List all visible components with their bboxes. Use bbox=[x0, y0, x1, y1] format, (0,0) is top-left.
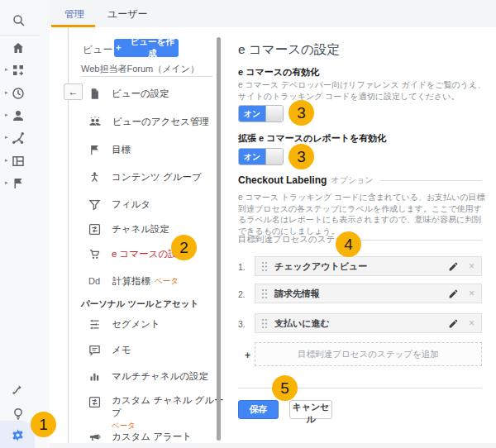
menu-scrollbar[interactable] bbox=[217, 37, 221, 441]
back-arrow-icon: ← bbox=[69, 86, 79, 98]
bar-chart-icon bbox=[88, 370, 101, 383]
plus-icon: ＋ bbox=[114, 42, 123, 54]
annotation-badge-3: 3 bbox=[289, 100, 314, 126]
nav-realtime[interactable]: ▸ bbox=[0, 85, 50, 102]
checkout-labeling-description: e コマース トラッキング コードに含まれている、お支払いの目標到達プロセスの各… bbox=[238, 192, 486, 236]
nav-acquisition[interactable]: ▸ bbox=[0, 130, 50, 146]
window-bottom-edge bbox=[0, 443, 496, 448]
search-icon bbox=[12, 13, 26, 28]
calculated-metrics-icon: Dd bbox=[88, 276, 102, 286]
edit-pencil-icon[interactable] bbox=[448, 261, 459, 272]
edit-pencil-icon[interactable] bbox=[448, 318, 459, 329]
channel-group-icon bbox=[88, 396, 101, 408]
remove-step-icon[interactable]: × bbox=[469, 260, 475, 272]
personal-tools-section-header: パーソナル ツールとアセット bbox=[81, 298, 198, 310]
menu-item-content-grouping[interactable]: コンテンツ グループ bbox=[88, 168, 219, 186]
expand-arrow-icon[interactable]: ▸ bbox=[5, 157, 8, 164]
expand-arrow-icon[interactable]: ▸ bbox=[5, 134, 8, 141]
left-nav-rail: ▸ ▸ ▸ ▸ ▸ ▸ bbox=[0, 0, 50, 448]
cart-icon bbox=[88, 248, 101, 260]
add-step-plus-icon[interactable]: + bbox=[245, 350, 250, 361]
toggle-on-label: オン bbox=[239, 106, 265, 122]
menu-item-goals[interactable]: 目標 bbox=[88, 141, 219, 159]
nav-audience[interactable]: ▸ bbox=[0, 107, 50, 124]
menu-item-view-access[interactable]: ビューのアクセス管理 bbox=[88, 112, 219, 131]
funnel-step-row: 請求先情報 × bbox=[255, 284, 482, 303]
expand-arrow-icon[interactable]: ▸ bbox=[5, 66, 8, 73]
menu-item-filters[interactable]: フィルタ bbox=[88, 195, 219, 213]
customization-icon bbox=[11, 63, 26, 78]
step-number: 3. bbox=[238, 319, 251, 329]
header-rule bbox=[360, 240, 482, 241]
search-button[interactable] bbox=[0, 12, 50, 29]
megaphone-icon bbox=[88, 431, 101, 443]
menu-item-ecommerce-settings[interactable]: e コマースの設定 bbox=[88, 245, 219, 263]
behavior-icon bbox=[11, 154, 26, 169]
flag-icon bbox=[88, 144, 101, 156]
collapse-panel-button[interactable]: ← bbox=[64, 83, 83, 100]
acquisition-icon bbox=[11, 131, 26, 145]
enable-ecommerce-toggle[interactable]: オン bbox=[238, 105, 284, 122]
tab-users[interactable]: ユーザー bbox=[107, 7, 148, 21]
admin-tab-bar: 管理 ユーザー bbox=[50, 0, 496, 27]
funnel-step-row: 支払いに進む × bbox=[255, 313, 482, 333]
memo-icon bbox=[88, 344, 101, 356]
attribution-icon bbox=[11, 382, 26, 397]
toggle-knob[interactable] bbox=[265, 106, 283, 122]
page-title: e コマースの設定 bbox=[238, 41, 340, 59]
annotation-badge-2: 2 bbox=[171, 235, 197, 260]
menu-item-multichannel-settings[interactable]: マルチチャネルの設定 bbox=[88, 367, 219, 385]
nav-customization[interactable]: ▸ bbox=[0, 62, 50, 79]
header-rule bbox=[380, 180, 482, 181]
save-button[interactable]: 保存 bbox=[238, 400, 279, 419]
sidebar-divider bbox=[0, 35, 40, 36]
users-icon bbox=[88, 115, 102, 128]
expand-arrow-icon[interactable]: ▸ bbox=[5, 179, 8, 186]
cancel-button[interactable]: キャンセル bbox=[289, 400, 332, 419]
channel-settings-icon bbox=[88, 223, 101, 236]
annotation-badge-1: 1 bbox=[31, 412, 56, 437]
menu-item-notes[interactable]: メモ bbox=[88, 341, 219, 359]
gear-icon bbox=[11, 428, 25, 442]
funnel-step-row: チェックアウトビュー × bbox=[255, 256, 482, 276]
clock-icon bbox=[11, 86, 26, 101]
segments-icon bbox=[88, 318, 101, 331]
lightbulb-icon bbox=[11, 407, 26, 422]
edit-pencil-icon[interactable] bbox=[448, 288, 459, 299]
remove-step-icon[interactable]: × bbox=[469, 288, 475, 299]
toggle-knob[interactable] bbox=[265, 149, 283, 164]
drag-handle-icon[interactable] bbox=[261, 288, 268, 299]
home-icon bbox=[11, 41, 26, 55]
annotation-badge-3b: 3 bbox=[289, 144, 314, 169]
menu-item-segments[interactable]: セグメント bbox=[88, 315, 219, 333]
create-view-button[interactable]: ＋ ビューを作成 bbox=[114, 39, 179, 57]
create-view-label: ビューを作成 bbox=[126, 36, 179, 60]
person-icon bbox=[11, 108, 26, 123]
menu-item-view-settings[interactable]: ビューの設定 bbox=[88, 84, 219, 102]
checkout-labeling-header: Checkout Labeling オプション bbox=[238, 174, 482, 186]
step-label: 請求先情報 bbox=[274, 288, 448, 300]
tab-admin[interactable]: 管理 bbox=[64, 7, 84, 21]
menu-item-custom-channel-groups[interactable]: カスタム チャネル グループベータ bbox=[88, 394, 225, 431]
analytics-admin-screen: ▸ ▸ ▸ ▸ ▸ ▸ bbox=[0, 0, 496, 448]
nav-home[interactable] bbox=[0, 40, 50, 56]
expand-arrow-icon[interactable]: ▸ bbox=[5, 112, 8, 118]
filter-icon bbox=[88, 198, 101, 211]
drag-handle-icon[interactable] bbox=[261, 261, 268, 272]
annotation-badge-5: 5 bbox=[272, 375, 298, 401]
add-funnel-step-button[interactable]: 目標到達プロセスのステップを追加 bbox=[255, 342, 482, 366]
flag-icon bbox=[11, 176, 26, 191]
expand-arrow-icon[interactable]: ▸ bbox=[5, 89, 8, 96]
enhanced-ecommerce-toggle[interactable]: オン bbox=[238, 148, 284, 165]
active-tab-underline bbox=[51, 25, 95, 27]
nav-attribution[interactable] bbox=[0, 381, 50, 398]
drag-handle-icon[interactable] bbox=[261, 318, 268, 329]
menu-item-channel-settings[interactable]: チャネル設定 bbox=[88, 220, 219, 238]
enable-ecommerce-heading: e コマースの有効化 bbox=[238, 66, 319, 79]
remove-step-icon[interactable]: × bbox=[469, 317, 475, 329]
nav-conversions[interactable]: ▸ bbox=[0, 175, 50, 192]
annotation-badge-4: 4 bbox=[336, 231, 361, 257]
menu-item-calculated-metrics[interactable]: Dd 計算指標 ベータ bbox=[88, 272, 219, 290]
nav-behavior[interactable]: ▸ bbox=[0, 153, 50, 169]
toggle-on-label: オン bbox=[239, 149, 265, 164]
